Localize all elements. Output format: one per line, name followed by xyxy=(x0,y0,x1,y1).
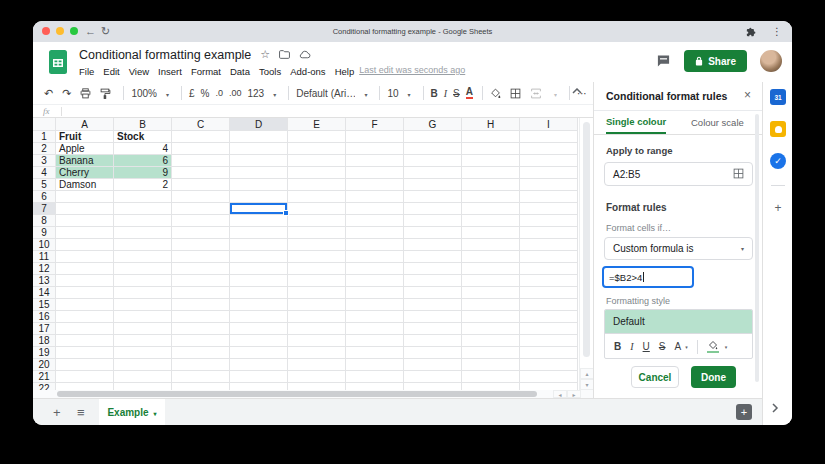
cell-H13[interactable] xyxy=(462,275,520,287)
tasks-icon[interactable]: ✓ xyxy=(770,153,786,169)
row-header-5[interactable]: 5 xyxy=(33,179,56,191)
cell-I16[interactable] xyxy=(520,311,578,323)
account-avatar[interactable] xyxy=(760,50,782,72)
text-color-button[interactable]: A xyxy=(466,87,473,99)
cell-H17[interactable] xyxy=(462,323,520,335)
row-header-21[interactable]: 21 xyxy=(33,371,56,383)
range-input[interactable]: A2:B5 xyxy=(604,162,753,186)
cell-I7[interactable] xyxy=(520,203,578,215)
menu-format[interactable]: Format xyxy=(191,66,221,77)
cell-D10[interactable] xyxy=(230,239,288,251)
cell-E11[interactable] xyxy=(288,251,346,263)
cell-I5[interactable] xyxy=(520,179,578,191)
cell-G1[interactable] xyxy=(404,131,462,143)
row-header-9[interactable]: 9 xyxy=(33,227,56,239)
cell-B18[interactable] xyxy=(114,335,172,347)
cell-C5[interactable] xyxy=(172,179,230,191)
cloud-status-icon[interactable] xyxy=(299,50,311,59)
cell-B5[interactable]: 2 xyxy=(114,179,172,191)
horizontal-scrollbar[interactable]: ◂ ▸ xyxy=(33,390,593,398)
cell-G5[interactable] xyxy=(404,179,462,191)
back-icon[interactable]: ← xyxy=(85,21,96,42)
cell-F12[interactable] xyxy=(346,263,404,275)
cell-I1[interactable] xyxy=(520,131,578,143)
cell-C11[interactable] xyxy=(172,251,230,263)
cell-I9[interactable] xyxy=(520,227,578,239)
cell-A8[interactable] xyxy=(56,215,114,227)
cell-B3[interactable]: 6 xyxy=(114,155,172,167)
row-header-14[interactable]: 14 xyxy=(33,287,56,299)
cell-I6[interactable] xyxy=(520,191,578,203)
cell-G8[interactable] xyxy=(404,215,462,227)
cell-A3[interactable]: Banana xyxy=(56,155,114,167)
style-fill-color-button[interactable] xyxy=(707,341,719,353)
cell-D2[interactable] xyxy=(230,143,288,155)
cell-A18[interactable] xyxy=(56,335,114,347)
zoom-select[interactable]: 100% xyxy=(131,88,157,99)
cell-H21[interactable] xyxy=(462,371,520,383)
cell-E4[interactable] xyxy=(288,167,346,179)
print-icon[interactable] xyxy=(80,88,91,99)
cell-G11[interactable] xyxy=(404,251,462,263)
cell-E12[interactable] xyxy=(288,263,346,275)
cell-F5[interactable] xyxy=(346,179,404,191)
row-header-11[interactable]: 11 xyxy=(33,251,56,263)
cell-I19[interactable] xyxy=(520,347,578,359)
explore-badge-icon[interactable]: + xyxy=(736,404,752,420)
menu-tools[interactable]: Tools xyxy=(259,66,281,77)
cell-C18[interactable] xyxy=(172,335,230,347)
cell-D14[interactable] xyxy=(230,287,288,299)
cell-G22[interactable] xyxy=(404,383,462,390)
condition-dropdown[interactable]: Custom formula is ▾ xyxy=(604,237,753,260)
cell-F3[interactable] xyxy=(346,155,404,167)
column-header-C[interactable]: C xyxy=(172,118,230,131)
menu-view[interactable]: View xyxy=(129,66,149,77)
cell-B16[interactable] xyxy=(114,311,172,323)
column-header-A[interactable]: A xyxy=(56,118,114,131)
cell-C16[interactable] xyxy=(172,311,230,323)
cell-F1[interactable] xyxy=(346,131,404,143)
cell-B17[interactable] xyxy=(114,323,172,335)
cell-I20[interactable] xyxy=(520,359,578,371)
column-header-G[interactable]: G xyxy=(404,118,462,131)
cell-D3[interactable] xyxy=(230,155,288,167)
cell-D16[interactable] xyxy=(230,311,288,323)
cell-F10[interactable] xyxy=(346,239,404,251)
cell-D7[interactable] xyxy=(230,203,288,215)
cell-B7[interactable] xyxy=(114,203,172,215)
cell-I22[interactable] xyxy=(520,383,578,390)
cell-F22[interactable] xyxy=(346,383,404,390)
minimize-window-button[interactable] xyxy=(56,27,64,35)
cell-D21[interactable] xyxy=(230,371,288,383)
cell-G2[interactable] xyxy=(404,143,462,155)
increase-decimal-button[interactable]: .00 xyxy=(229,88,242,98)
horizontal-scrollbar-thumb[interactable] xyxy=(57,391,537,397)
row-header-20[interactable]: 20 xyxy=(33,359,56,371)
cell-E3[interactable] xyxy=(288,155,346,167)
select-data-range-icon[interactable] xyxy=(733,168,744,179)
cell-A14[interactable] xyxy=(56,287,114,299)
row-header-15[interactable]: 15 xyxy=(33,299,56,311)
keep-icon[interactable] xyxy=(770,121,786,137)
cell-I17[interactable] xyxy=(520,323,578,335)
cell-A2[interactable]: Apple xyxy=(56,143,114,155)
cell-G15[interactable] xyxy=(404,299,462,311)
sheet-tab-example[interactable]: Example ▾ xyxy=(99,399,165,425)
cell-A22[interactable] xyxy=(56,383,114,390)
cell-D17[interactable] xyxy=(230,323,288,335)
cell-C9[interactable] xyxy=(172,227,230,239)
cell-G14[interactable] xyxy=(404,287,462,299)
cell-G12[interactable] xyxy=(404,263,462,275)
cell-G16[interactable] xyxy=(404,311,462,323)
borders-icon[interactable] xyxy=(510,88,521,99)
cell-I12[interactable] xyxy=(520,263,578,275)
row-header-18[interactable]: 18 xyxy=(33,335,56,347)
cell-F20[interactable] xyxy=(346,359,404,371)
cell-B10[interactable] xyxy=(114,239,172,251)
cell-I21[interactable] xyxy=(520,371,578,383)
cell-F15[interactable] xyxy=(346,299,404,311)
cell-A10[interactable] xyxy=(56,239,114,251)
cell-A12[interactable] xyxy=(56,263,114,275)
cell-B2[interactable]: 4 xyxy=(114,143,172,155)
cell-B19[interactable] xyxy=(114,347,172,359)
